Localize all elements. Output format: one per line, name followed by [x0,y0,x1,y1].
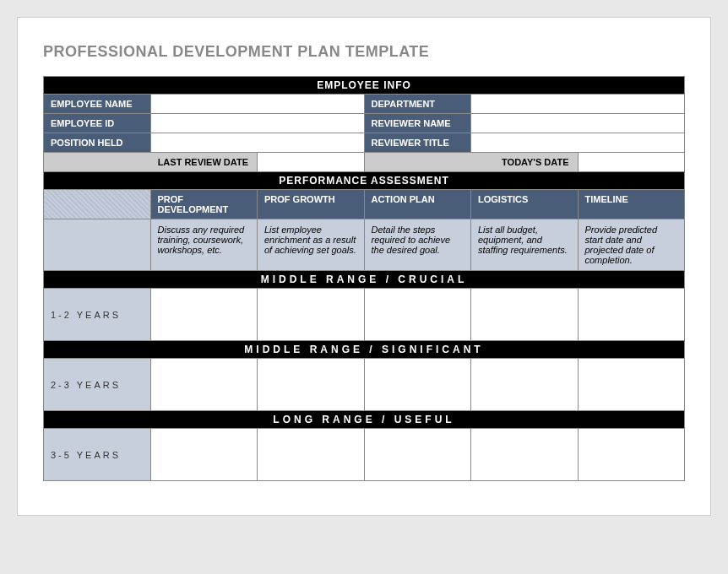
range2-header: MIDDLE RANGE / SIGNIFICANT [44,341,685,359]
label-position-held: POSITION HELD [44,133,151,153]
desc-logistics: List all budget, equipment, and staffing… [471,219,579,271]
input-reviewer-name[interactable] [471,114,685,133]
col-logistics: LOGISTICS [471,190,579,219]
page-title: PROFESSIONAL DEVELOPMENT PLAN TEMPLATE [43,43,685,61]
desc-timeline: Provide predicted start date and project… [578,219,685,271]
document-page: PROFESSIONAL DEVELOPMENT PLAN TEMPLATE E… [17,17,711,516]
range3-action[interactable] [364,429,471,481]
range2-dev[interactable] [150,359,258,411]
range1-timeline[interactable] [578,289,685,341]
desc-prof-growth: List employee enrichment as a result of … [258,219,365,271]
input-employee-id[interactable] [150,114,364,133]
desc-blank [44,219,151,271]
label-todays-date: TODAY'S DATE [364,153,578,172]
employee-info-header: EMPLOYEE INFO [44,77,685,95]
desc-action-plan: Detail the steps required to achieve the… [364,219,471,271]
label-last-review-date: LAST REVIEW DATE [44,153,258,172]
input-todays-date[interactable] [578,153,685,172]
range2-label: 2-3 YEARS [44,359,151,411]
label-reviewer-name: REVIEWER NAME [364,114,471,133]
range3-growth[interactable] [258,429,365,481]
label-employee-id: EMPLOYEE ID [44,114,151,133]
label-department: DEPARTMENT [364,95,471,114]
label-employee-name: EMPLOYEE NAME [44,95,151,114]
range3-logistics[interactable] [471,429,579,481]
range2-action[interactable] [364,359,471,411]
range3-dev[interactable] [150,429,258,481]
col-timeline: TIMELINE [578,190,685,219]
desc-prof-development: Discuss any required training, coursewor… [150,219,258,271]
range3-timeline[interactable] [578,429,685,481]
range1-growth[interactable] [258,289,365,341]
label-reviewer-title: REVIEWER TITLE [364,133,471,153]
input-last-review-date[interactable] [258,153,365,172]
corner-cell [44,190,151,219]
range2-growth[interactable] [258,359,365,411]
col-prof-growth: PROF GROWTH [258,190,365,219]
input-reviewer-title[interactable] [471,133,685,153]
template-table: EMPLOYEE INFO EMPLOYEE NAME DEPARTMENT E… [43,76,685,481]
range2-timeline[interactable] [578,359,685,411]
range3-header: LONG RANGE / USEFUL [44,411,685,429]
range1-logistics[interactable] [471,289,579,341]
range1-header: MIDDLE RANGE / CRUCIAL [44,271,685,289]
col-prof-development: PROF DEVELOPMENT [150,190,258,219]
range2-logistics[interactable] [471,359,579,411]
range1-label: 1-2 YEARS [44,289,151,341]
input-department[interactable] [471,95,685,114]
input-employee-name[interactable] [150,95,364,114]
range1-dev[interactable] [150,289,258,341]
performance-header: PERFORMANCE ASSESSMENT [44,172,685,190]
input-position-held[interactable] [150,133,364,153]
range1-action[interactable] [364,289,471,341]
range3-label: 3-5 YEARS [44,429,151,481]
col-action-plan: ACTION PLAN [364,190,471,219]
